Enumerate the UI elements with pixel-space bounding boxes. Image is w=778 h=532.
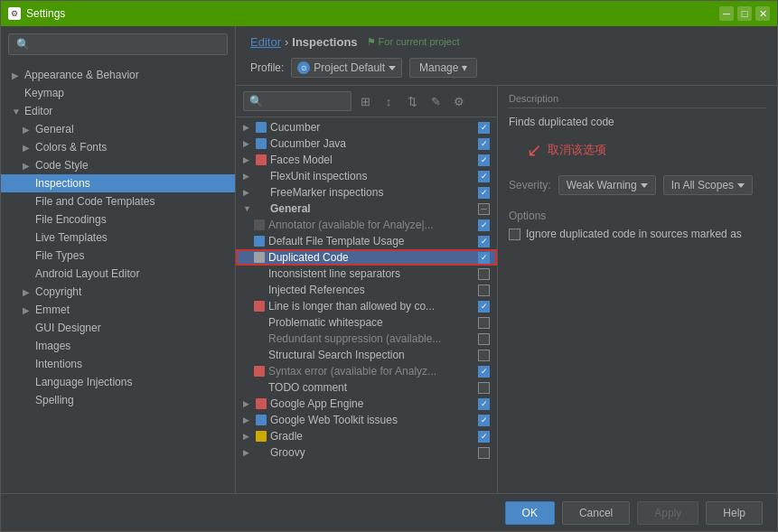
checkbox-structural-search[interactable] (478, 350, 490, 361)
insp-item-faces-model[interactable]: ▶ Faces Model (236, 152, 497, 168)
insp-label: Gradle (270, 430, 474, 443)
settings-button[interactable]: ⚙ (449, 91, 469, 111)
checkbox-syntax-error[interactable] (478, 366, 490, 378)
insp-item-gradle[interactable]: ▶ Gradle (236, 428, 497, 444)
sidebar-item-keymap[interactable]: Keymap (1, 84, 235, 102)
sidebar-item-label: File Encodings (35, 213, 107, 226)
sidebar-item-live-templates[interactable]: Live Templates (1, 229, 235, 247)
edit-button[interactable]: ✎ (426, 91, 445, 111)
maximize-button[interactable]: □ (737, 6, 752, 21)
minimize-button[interactable]: ─ (719, 6, 734, 21)
checkbox-groovy[interactable] (478, 447, 490, 459)
sidebar-item-emmet[interactable]: ▶ Emmet (1, 301, 235, 319)
severity-dropdown[interactable]: Weak Warning (558, 175, 656, 195)
sidebar-item-gui-designer[interactable]: GUI Designer (1, 319, 235, 337)
filter-button[interactable]: ⊞ (355, 91, 375, 111)
insp-item-freemarker[interactable]: ▶ FreeMarker inspections (236, 184, 497, 201)
checkbox-google-web-toolkit[interactable] (478, 415, 490, 426)
checkbox-redundant-suppression[interactable] (478, 333, 490, 345)
sidebar-item-android-layout-editor[interactable]: Android Layout Editor (1, 265, 235, 283)
checkbox-problematic-whitespace[interactable] (478, 317, 490, 329)
checkbox-default-file[interactable] (478, 236, 490, 247)
insp-item-google-app-engine[interactable]: ▶ Google App Engine (236, 396, 497, 412)
insp-item-todo-comment[interactable]: TODO comment (236, 379, 497, 396)
sidebar-item-colors-fonts[interactable]: ▶ Colors & Fonts (1, 138, 235, 156)
insp-item-inconsistent-line[interactable]: Inconsistent line separators (236, 266, 497, 282)
insp-item-default-file[interactable]: Default File Template Usage (236, 233, 497, 249)
sidebar-item-label: Editor (24, 105, 52, 117)
checkbox-cucumber-java[interactable] (478, 138, 490, 150)
sidebar-item-file-types[interactable]: File Types (1, 247, 235, 265)
insp-item-cucumber-java[interactable]: ▶ Cucumber Java (236, 135, 497, 152)
checkbox-google-app-engine[interactable] (478, 398, 490, 410)
insp-item-injected-refs[interactable]: Injected References (236, 282, 497, 298)
breadcrumb-parent[interactable]: Editor (250, 35, 281, 49)
profile-row: Profile: ⊙ Project Default Manage ▾ (250, 58, 763, 78)
checkbox-flexunit[interactable] (478, 171, 490, 182)
checkbox-cucumber[interactable] (478, 122, 490, 134)
tree-arrow-general: ▶ (23, 125, 32, 135)
insp-label: Cucumber (270, 121, 474, 134)
profile-dropdown[interactable]: ⊙ Project Default (291, 58, 402, 78)
sidebar-item-file-encodings[interactable]: File Encodings (1, 210, 235, 229)
sidebar-item-file-code-templates[interactable]: File and Code Templates (1, 192, 235, 210)
sidebar-item-copyright[interactable]: ▶ Copyright (1, 283, 235, 301)
insp-item-redundant-suppression[interactable]: Redundant suppression (available... (236, 331, 497, 347)
checkbox-gradle[interactable] (478, 431, 490, 443)
tree-arrow-appearance: ▶ (12, 70, 21, 80)
inspections-search-input[interactable] (243, 91, 352, 111)
insp-label: Annotator (available for Analyze|... (268, 219, 474, 231)
checkbox-annotator[interactable] (478, 219, 490, 231)
checkbox-freemarker[interactable] (478, 187, 490, 199)
option-checkbox-ignore[interactable] (509, 229, 520, 240)
checkbox-line-longer[interactable] (478, 301, 490, 313)
sidebar-item-spelling[interactable]: Spelling (1, 391, 235, 409)
checkbox-general[interactable]: ─ (478, 203, 490, 215)
sidebar-search-input[interactable] (8, 33, 228, 55)
insp-item-syntax-error[interactable]: Syntax error (available for Analyz... (236, 363, 497, 379)
window-icon: ⚙ (8, 7, 21, 20)
apply-button[interactable]: Apply (637, 501, 698, 525)
help-button[interactable]: Help (706, 501, 763, 525)
tree-arrow-emmet: ▶ (23, 305, 32, 315)
insp-item-google-web-toolkit[interactable]: ▶ Google Web Toolkit issues (236, 412, 497, 428)
insp-item-line-longer[interactable]: Line is longer than allowed by co... (236, 298, 497, 314)
insp-item-duplicated-code[interactable]: Duplicated Code (236, 249, 497, 266)
insp-item-groovy[interactable]: ▶ Groovy (236, 444, 497, 461)
sidebar-item-code-style[interactable]: ▶ Code Style (1, 156, 235, 174)
title-bar: ⚙ Settings ─ □ ✕ (1, 1, 777, 26)
insp-item-structural-search[interactable]: Structural Search Inspection (236, 347, 497, 363)
insp-item-flexunit[interactable]: ▶ FlexUnit inspections (236, 168, 497, 184)
sidebar-item-inspections[interactable]: Inspections (1, 174, 235, 192)
tree-arrow-colors: ▶ (23, 143, 32, 153)
sort2-button[interactable]: ⇅ (402, 91, 422, 111)
split-content: ⊞ ↕ ⇅ ✎ ⚙ ▶ Cucumber (236, 86, 777, 493)
sort1-button[interactable]: ↕ (379, 91, 398, 111)
insp-item-general[interactable]: ▼ General ─ (236, 201, 497, 217)
checkbox-duplicated-code[interactable] (478, 252, 490, 264)
close-button[interactable]: ✕ (755, 6, 770, 21)
checkbox-faces-model[interactable] (478, 154, 490, 166)
sidebar-item-intentions[interactable]: Intentions (1, 355, 235, 373)
checkbox-inconsistent-line[interactable] (478, 268, 490, 280)
sidebar-item-language-injections[interactable]: Language Injections (1, 373, 235, 391)
insp-item-annotator[interactable]: Annotator (available for Analyze|... (236, 217, 497, 233)
manage-button[interactable]: Manage ▾ (409, 58, 477, 78)
sidebar-item-images[interactable]: Images (1, 337, 235, 355)
checkbox-todo-comment[interactable] (478, 382, 490, 394)
sidebar-item-editor[interactable]: ▼ Editor (1, 102, 235, 120)
insp-label: Google Web Toolkit issues (270, 414, 474, 426)
insp-item-cucumber[interactable]: ▶ Cucumber (236, 119, 497, 135)
cancel-button[interactable]: Cancel (562, 501, 630, 525)
ok-button[interactable]: OK (505, 501, 555, 525)
insp-label: Default File Template Usage (268, 235, 474, 247)
checkbox-injected-refs[interactable] (478, 285, 490, 296)
insp-item-problematic-whitespace[interactable]: Problematic whitespace (236, 314, 497, 331)
scope-dropdown[interactable]: In All Scopes (663, 175, 753, 195)
sidebar-item-general[interactable]: ▶ General (1, 120, 235, 138)
insp-label: Line is longer than allowed by co... (268, 300, 474, 313)
color-dot-duplicated-code (254, 252, 265, 263)
sidebar-item-appearance[interactable]: ▶ Appearance & Behavior (1, 66, 235, 84)
options-label: Options (509, 210, 766, 222)
scope-dropdown-text: In All Scopes (671, 179, 734, 191)
